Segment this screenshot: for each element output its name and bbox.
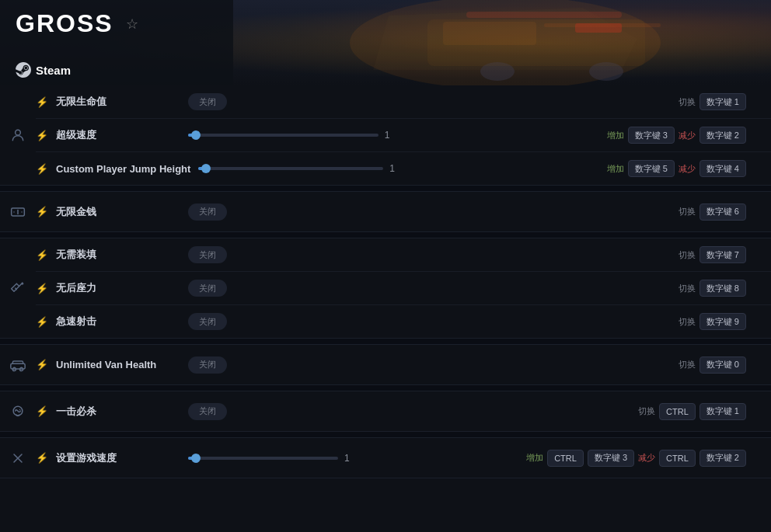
keybind-area: 切换数字键 6 [679, 203, 746, 221]
cheat-row-weapon-1: ⚡无后座力关闭切换数字键 8 [36, 271, 771, 304]
key-badge: CTRL [547, 450, 584, 467]
keybind-area: 增加数字键 5减少数字键 4 [607, 160, 746, 177]
slider-value: 1 [389, 163, 395, 174]
slider-value: 1 [385, 130, 390, 141]
key-badge: 数字键 3 [588, 450, 634, 467]
key-badge: 数字键 6 [699, 203, 746, 221]
section-rows-enemy: ⚡一击必杀关闭切换CTRL数字键 1 [36, 391, 771, 431]
weapon-icon [0, 238, 36, 338]
key-badge: 数字键 3 [628, 127, 675, 144]
lightning-icon: ⚡ [36, 452, 48, 464]
platform-label: Steam [36, 64, 71, 77]
cheat-name-label: 无需装填 [56, 248, 180, 262]
cheat-row-player-1: ⚡超级速度 1 增加数字键 3减少数字键 2 [36, 118, 771, 151]
keybind-action-label: 减少 [679, 130, 696, 141]
divider-1 [0, 186, 771, 192]
content-area: ⚡无限生命值关闭切换数字键 1⚡超级速度 1 增加数字键 3减少数字键 2⚡Cu… [0, 85, 771, 494]
keybind-area: 增加数字键 3减少数字键 2 [607, 127, 746, 144]
money-icon [0, 192, 36, 231]
section-player: ⚡无限生命值关闭切换数字键 1⚡超级速度 1 增加数字键 3减少数字键 2⚡Cu… [0, 85, 771, 186]
slider-track[interactable] [188, 134, 379, 137]
key-badge: 数字键 1 [699, 93, 746, 110]
cheat-name-label: 设置游戏速度 [56, 451, 180, 465]
slider-container: 1 [188, 130, 389, 141]
divider-3 [0, 339, 771, 345]
header: GROSS ☆ Steam [0, 0, 771, 85]
toggle-button[interactable]: 关闭 [188, 356, 227, 374]
toggle-button[interactable]: 关闭 [188, 203, 227, 221]
svg-rect-7 [443, 22, 536, 45]
section-rows-vehicle: ⚡Unlimited Van Health关闭切换数字键 0 [36, 345, 771, 384]
toggle-button[interactable]: 关闭 [188, 403, 227, 420]
divider-2 [0, 232, 771, 238]
cheat-row-game-0: ⚡设置游戏速度 1 增加CTRL数字键 3减少CTRL数字键 2 [36, 442, 771, 475]
keybind-action-label: 切换 [679, 283, 696, 294]
slider-thumb[interactable] [201, 164, 211, 173]
lightning-icon: ⚡ [36, 163, 48, 175]
cheat-name-label: 无限金钱 [56, 205, 180, 219]
platform-badge: Steam [16, 62, 71, 78]
favorite-icon[interactable]: ☆ [126, 16, 138, 33]
keybind-action-label: 切换 [679, 206, 696, 217]
lightning-icon: ⚡ [36, 316, 48, 328]
divider-5 [0, 432, 771, 438]
svg-rect-3 [544, 23, 661, 27]
lightning-icon: ⚡ [36, 283, 48, 294]
svg-rect-6 [427, 19, 645, 66]
section-weapon: ⚡无需装填关闭切换数字键 7⚡无后座力关闭切换数字键 8⚡急速射击关闭切换数字键… [0, 238, 771, 339]
key-badge: 数字键 4 [699, 160, 746, 177]
cheat-name-label: 急速射击 [56, 315, 180, 329]
keybind-area: 切换数字键 1 [679, 93, 746, 110]
cheat-row-player-0: ⚡无限生命值关闭切换数字键 1 [36, 85, 771, 118]
svg-rect-2 [466, 12, 622, 18]
slider-track[interactable] [188, 457, 338, 460]
keybind-area: 切换数字键 8 [679, 280, 746, 297]
cheat-row-vehicle-0: ⚡Unlimited Van Health关闭切换数字键 0 [36, 349, 771, 381]
toggle-button[interactable]: 关闭 [188, 93, 227, 110]
toggle-button[interactable]: 关闭 [188, 280, 227, 297]
keybind-action-label: 增加 [607, 130, 624, 141]
keybind-action-label: 切换 [679, 249, 696, 261]
slider-container: 1 [188, 453, 350, 464]
section-vehicle: ⚡Unlimited Van Health关闭切换数字键 0 [0, 345, 771, 385]
svg-point-4 [480, 62, 515, 81]
keybind-action-label: 切换 [679, 316, 696, 328]
keybind-action-label: 增加 [607, 163, 624, 175]
toggle-button[interactable]: 关闭 [188, 246, 227, 263]
steam-icon [16, 62, 31, 78]
section-enemy: ⚡一击必杀关闭切换CTRL数字键 1 [0, 391, 771, 432]
slider-thumb[interactable] [191, 454, 201, 463]
key-badge: 数字键 1 [699, 403, 746, 420]
section-rows-player: ⚡无限生命值关闭切换数字键 1⚡超级速度 1 增加数字键 3减少数字键 2⚡Cu… [36, 85, 771, 185]
section-game: ⚡设置游戏速度 1 增加CTRL数字键 3减少CTRL数字键 2 [0, 438, 771, 478]
slider-track[interactable] [198, 167, 383, 170]
keybind-area: 增加CTRL数字键 3减少CTRL数字键 2 [526, 450, 746, 467]
cheat-row-player-2: ⚡Custom Player Jump Height 1 增加数字键 5减少数字… [36, 151, 771, 185]
lightning-icon: ⚡ [36, 249, 48, 261]
cheat-name-label: 超级速度 [56, 128, 180, 142]
section-rows-money: ⚡无限金钱关闭切换数字键 6 [36, 192, 771, 231]
svg-point-5 [589, 62, 623, 81]
keybind-action-label: 增加 [526, 452, 543, 464]
enemy-icon [0, 391, 36, 431]
keybind-area: 切换数字键 9 [679, 313, 746, 330]
toggle-button[interactable]: 关闭 [188, 313, 227, 330]
cheat-row-weapon-2: ⚡急速射击关闭切换数字键 9 [36, 304, 771, 338]
cheat-name-label: 一击必杀 [56, 405, 180, 419]
title-area: GROSS ☆ [16, 9, 138, 38]
keybind-area: 切换数字键 7 [679, 246, 746, 263]
slider-thumb[interactable] [191, 130, 201, 140]
player-icon [0, 85, 36, 185]
key-badge: 数字键 7 [699, 246, 746, 263]
keybind-area: 切换数字键 0 [679, 356, 746, 374]
lightning-icon: ⚡ [36, 96, 48, 108]
key-badge: 数字键 0 [699, 356, 746, 374]
cheat-name-label: Unlimited Van Health [56, 359, 180, 370]
svg-point-10 [16, 130, 21, 135]
cheat-name-label: Custom Player Jump Height [56, 163, 190, 175]
lightning-icon: ⚡ [36, 130, 48, 141]
keybind-area: 切换CTRL数字键 1 [638, 403, 746, 420]
key-badge: 数字键 8 [699, 280, 746, 297]
page-title: GROSS [16, 9, 113, 38]
section-rows-game: ⚡设置游戏速度 1 增加CTRL数字键 3减少CTRL数字键 2 [36, 438, 771, 478]
